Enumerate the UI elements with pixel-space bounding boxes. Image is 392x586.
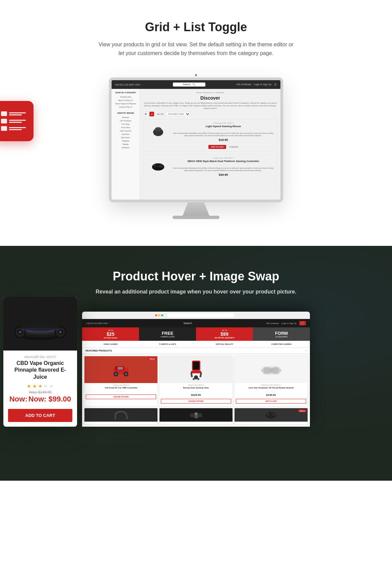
banner-accessories[interactable]: FORM ACCESSORIES: [253, 327, 310, 341]
second-row-card-3: SALE: [234, 408, 308, 425]
sidebar-item-trending[interactable]: Trending Now: [114, 95, 137, 99]
section2-subtitle: Reveal an additional product image when …: [13, 289, 379, 295]
product-info-mouse: LR Products | Sku: TEN-1-1 Light Speed G…: [173, 122, 274, 149]
svg-point-9: [161, 166, 162, 167]
browser-url-bar[interactable]: [167, 313, 234, 317]
cat-gaming[interactable]: COMPUTER GAMING: [253, 342, 310, 346]
sidebar-brand-furry[interactable]: Furry Farm: [114, 126, 137, 129]
mouse-icon: [150, 125, 167, 138]
vr-headset-icon: [260, 362, 282, 377]
search-bar[interactable]: Search 🔍: [173, 83, 205, 87]
featured-arrow-icon[interactable]: ›: [306, 349, 307, 352]
second-row-card-1: [84, 408, 158, 425]
gift-cert-link[interactable]: Gift Certificate: [236, 83, 251, 86]
product-image-controller: [146, 157, 170, 175]
sidebar-brand-mattaly[interactable]: Mattaly: [114, 143, 137, 146]
sidebar-brand-presleys[interactable]: Presleys: [114, 116, 137, 119]
shop-search-bar[interactable]: Search: [183, 322, 192, 325]
shop-header-phone: Call 512-123-4567 USD ~: [86, 322, 109, 324]
now-price-big: $99.00: [49, 395, 71, 403]
login-link[interactable]: Login or Sign Up: [254, 83, 271, 86]
svg-point-16: [115, 373, 117, 375]
sidebar-item-action[interactable]: Action Figures & Playsets: [114, 102, 137, 105]
shop-cart-icon[interactable]: 🛒: [299, 321, 306, 325]
close-dot: [155, 314, 157, 316]
banner-video-games[interactable]: UP TO $25 On Video Games: [82, 327, 139, 341]
shop-header-right: Gift Certificate Login or Sign Up 🛒: [266, 321, 306, 325]
breadcrumb: Home / Movies & TV / Discover: [143, 92, 277, 94]
list-icon-overlay: [0, 101, 34, 141]
cat-tshirts[interactable]: T-SHIRTS & HATS: [139, 342, 196, 346]
banner-tshirts[interactable]: FREE T-SHIRTS & HATS: [139, 327, 196, 341]
product-name-vr: Lone Star Templates VR Virtual Reality H…: [236, 387, 306, 389]
sidebar-brand-sunshine[interactable]: Sunshine: [114, 132, 137, 136]
add-to-cart-popup-button[interactable]: ADD TO CART: [8, 409, 72, 422]
star-4: ★: [44, 383, 48, 389]
sidebar-brand-big[interactable]: Big-Timers: [114, 136, 137, 139]
phone-text: Call 512-123-4567 USD ~: [115, 84, 142, 86]
product-meta-chair: Preview | Sku: FIN-51-0: [161, 384, 231, 386]
choose-options-btn-2[interactable]: CHOOSE OPTIONS: [161, 399, 231, 404]
svg-point-58: [22, 325, 59, 331]
banner-headsets[interactable]: UP TO $99 ON VIRTUAL HEADSETS: [196, 327, 253, 341]
sidebar-brand-robinson[interactable]: Robinson: [114, 146, 137, 149]
svg-point-18: [125, 373, 127, 375]
popup-product-meta: Valuecraftll Sku: 456747: [8, 355, 72, 359]
product-image-mouse: [146, 122, 170, 141]
product-meta-2: Preview | Sku: TEN-468-1-1: [173, 157, 274, 159]
shop-login-link[interactable]: Login or Sign Up: [281, 322, 297, 324]
cat-vr[interactable]: VIRTUAL REALITY: [196, 342, 253, 346]
svg-point-11: [154, 167, 157, 170]
list-line: [9, 120, 26, 121]
nav-right: Gift Certificate Login or Sign Up 🛒: [236, 83, 277, 86]
svg-rect-6: [154, 164, 155, 167]
now-label: Now:: [9, 395, 27, 403]
choose-options-btn-1[interactable]: CHOOSE OPTIONS: [86, 394, 156, 399]
now-price-value: Now: $99.00: [28, 395, 71, 403]
product-body-2: Preview | Sku: FIN-51-0 Racing Style Gam…: [159, 383, 233, 406]
sidebar-item-school[interactable]: Back to School: [114, 99, 137, 102]
monitor-main: Home / Movies & TV / Discover Discover Y…: [140, 89, 280, 200]
sidebar-brand-ust[interactable]: UST Products: [114, 119, 137, 122]
product-stars-chair: ☆☆☆☆☆: [161, 390, 231, 393]
cart-icon[interactable]: 🛒: [274, 83, 277, 86]
featured-products-header: FEATURED PRODUCTS ›: [82, 348, 310, 354]
was-label: Was:: [29, 390, 37, 394]
section1-subtitle: View your products in grid or list view.…: [95, 40, 297, 57]
sidebar-item-outdoor[interactable]: Outdoor Play: [114, 105, 137, 109]
product-price-chair: $229.99: [161, 393, 231, 396]
grid-view-button[interactable]: ⊞: [143, 112, 148, 116]
second-row-products: SALE: [82, 407, 310, 427]
shop-header: Call 512-123-4567 USD ~ Search Gift Cert…: [82, 319, 310, 327]
compare-button-1[interactable]: COMPARE: [229, 146, 238, 148]
product-img-chair: [159, 356, 233, 383]
add-to-cart-button-1[interactable]: ADD TO CART: [208, 145, 226, 149]
search-placeholder: Search: [183, 83, 190, 86]
add-to-cart-btn-3[interactable]: ADD TO CART: [236, 399, 306, 404]
product-stars-vr: ☆☆☆☆☆: [236, 390, 306, 393]
second-row-img-2: [159, 408, 233, 422]
sort-select[interactable]: FEATURED ITEMS: [165, 112, 191, 116]
sidebar-brand-hoakeils[interactable]: Hoakeils: [114, 139, 137, 143]
popup-was-price: Was: $149.99: [8, 390, 72, 394]
sidebar-brand-little[interactable]: Little Learners: [114, 129, 137, 132]
shop-gift-link[interactable]: Gift Certificate: [266, 322, 279, 324]
svg-point-3: [157, 127, 159, 128]
product-popup-card: Valuecraftll Sku: 456747 CBD Vape Organi…: [3, 297, 77, 427]
sale-badge-row2: SALE: [298, 410, 306, 412]
was-price-value: $149.99: [38, 390, 52, 394]
sidebar-brand-fun[interactable]: Fun Shop: [114, 122, 137, 126]
browser-chrome: [82, 312, 310, 319]
svg-rect-38: [195, 413, 197, 415]
cat-video-games[interactable]: VIDEO GAMES: [82, 342, 139, 346]
list-view-button[interactable]: ≡: [149, 112, 154, 116]
list-row-1: [1, 111, 26, 116]
monitor-navbar: Call 512-123-4567 USD ~ Search 🔍 Gift Ce…: [112, 80, 280, 89]
star-2: ★: [32, 383, 37, 389]
section-grid-list: Grid + List Toggle View your products in…: [0, 0, 392, 246]
popup-product-image: [3, 297, 77, 351]
sidebar-category-heading: SHOP BY CATEGORY: [114, 92, 137, 94]
product-stars-2: ☆☆☆☆☆: [173, 164, 274, 166]
product-stars-1: ☆☆☆☆☆: [173, 129, 274, 131]
sort-label: Sort By:: [157, 113, 164, 115]
